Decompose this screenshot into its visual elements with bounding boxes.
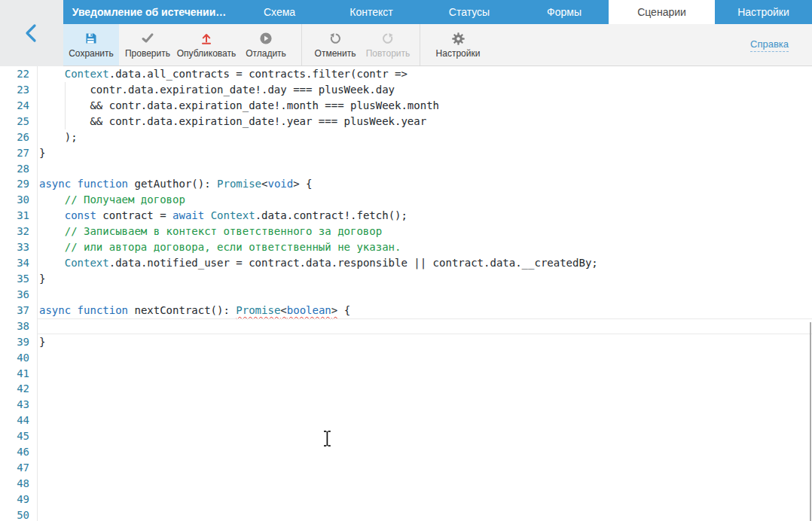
code-line[interactable]	[38, 350, 812, 366]
code-line[interactable]: && contr.data.expiration_date!.month ===…	[38, 98, 812, 114]
debug-button-label: Отладить	[246, 48, 286, 59]
toolbar-settings-button[interactable]: Настройки	[426, 24, 490, 66]
gear-icon	[451, 31, 466, 46]
code-line[interactable]	[38, 492, 812, 507]
help-link[interactable]: Справка	[750, 38, 789, 52]
redo-button[interactable]: Повторить	[362, 24, 414, 66]
line-number: 29	[0, 176, 38, 192]
code-line[interactable]: Context.data.all_contracts = contracts.f…	[38, 66, 812, 82]
code-token: async	[39, 304, 71, 316]
line-number: 46	[0, 444, 38, 460]
line-number: 26	[0, 129, 38, 145]
redo-arrow-icon	[381, 31, 395, 46]
tab-process-title[interactable]: Уведомление об истечении…	[63, 0, 235, 24]
code-line[interactable]	[38, 287, 812, 303]
code-token	[204, 209, 210, 221]
code-token: getAuthor():	[128, 178, 217, 190]
code-row: 33 // или автора договора, если ответств…	[0, 239, 812, 255]
code-row: 45	[0, 428, 812, 444]
code-line[interactable]	[38, 161, 812, 177]
code-row: 30 // Получаем договор	[0, 192, 812, 208]
code-line[interactable]: const contract = await Context.data.cont…	[38, 208, 812, 224]
code-line[interactable]	[38, 460, 812, 476]
indent-guide	[65, 114, 66, 129]
code-row: 31 const contract = await Context.data.c…	[0, 208, 812, 224]
code-line[interactable]: // или автора договора, если ответственн…	[38, 239, 812, 255]
code-token: }	[39, 273, 45, 285]
line-number: 31	[0, 208, 38, 224]
code-row: 43	[0, 397, 812, 413]
code-line[interactable]: }	[38, 145, 812, 161]
code-token: function	[78, 178, 128, 190]
undo-arrow-icon	[328, 31, 342, 46]
code-line[interactable]: }	[38, 334, 812, 350]
code-line[interactable]: Context.data.notified_user = contract.da…	[38, 255, 812, 271]
code-line[interactable]: // Записываем в контекст ответственного …	[38, 224, 812, 239]
code-line[interactable]: // Получаем договор	[38, 192, 812, 208]
code-token-error: boolean	[287, 304, 331, 316]
validate-button[interactable]: Проверить	[119, 24, 176, 66]
debug-button[interactable]: Отладить	[237, 24, 295, 66]
code-row: 28	[0, 161, 812, 177]
publish-button-label: Опубликовать	[177, 48, 236, 59]
code-line[interactable]	[38, 476, 812, 492]
line-number: 45	[0, 428, 38, 444]
code-editor[interactable]: 22 Context.data.all_contracts = contract…	[0, 66, 812, 521]
code-line[interactable]: );	[38, 129, 812, 145]
line-number: 23	[0, 82, 38, 98]
tab-settings[interactable]: Настройки	[715, 0, 812, 24]
code-row: 22 Context.data.all_contracts = contract…	[0, 66, 812, 82]
save-button[interactable]: Сохранить	[63, 24, 119, 66]
code-token	[71, 304, 77, 316]
code-line[interactable]	[38, 381, 812, 397]
undo-button[interactable]: Отменить	[308, 24, 362, 66]
code-token: void	[268, 178, 294, 190]
code-token: .data.notified_user = contract.data.resp…	[109, 257, 598, 269]
code-line[interactable]	[38, 507, 812, 521]
toolbar-separator	[420, 24, 420, 66]
code-token: // Получаем договор	[39, 193, 185, 206]
vertical-scrollbar-thumb[interactable]	[810, 322, 811, 521]
code-line[interactable]: async function nextContract(): Promise<b…	[38, 303, 812, 318]
code-line[interactable]	[38, 428, 812, 444]
code-line[interactable]	[38, 413, 812, 428]
indent-guide	[65, 82, 66, 98]
code-token	[39, 68, 65, 80]
code-row: 36	[0, 287, 812, 303]
indent-guide	[65, 98, 66, 114]
tab-scripts[interactable]: Сценарии	[609, 0, 715, 24]
redo-button-label: Повторить	[366, 48, 411, 59]
code-token: .data.all_contracts = contracts.filter(c…	[109, 68, 408, 80]
code-line[interactable]	[38, 366, 812, 382]
validate-button-label: Проверить	[125, 48, 170, 59]
code-line[interactable]: && contr.data.expiration_date!.year === …	[38, 114, 812, 129]
back-button[interactable]	[0, 0, 63, 66]
code-token: > {	[293, 178, 312, 190]
code-line[interactable]	[38, 397, 812, 413]
line-number: 35	[0, 271, 38, 287]
tab-schema[interactable]: Схема	[235, 0, 324, 24]
code-line[interactable]	[38, 318, 812, 334]
line-number: 32	[0, 224, 38, 239]
code-token: // или автора договора, если ответственн…	[39, 241, 401, 253]
code-token: );	[39, 131, 78, 143]
line-number: 44	[0, 413, 38, 428]
code-row: 23 contr.data.expiration_date!.day === p…	[0, 82, 812, 98]
code-line[interactable]: contr.data.expiration_date!.day === plus…	[38, 82, 812, 98]
code-token: && contr.data.expiration_date!.year === …	[39, 115, 426, 127]
code-row: 32 // Записываем в контекст ответственно…	[0, 224, 812, 239]
code-line[interactable]	[38, 444, 812, 460]
code-token: contract =	[96, 209, 172, 221]
line-number: 34	[0, 255, 38, 271]
toolbar-settings-label: Настройки	[436, 48, 481, 59]
code-row: 48	[0, 476, 812, 492]
tab-statuses[interactable]: Статусы	[419, 0, 520, 24]
tab-forms[interactable]: Формы	[520, 0, 609, 24]
tab-context[interactable]: Контекст	[324, 0, 419, 24]
code-line[interactable]: async function getAuthor(): Promise<void…	[38, 176, 812, 192]
line-number: 49	[0, 492, 38, 507]
publish-button[interactable]: Опубликовать	[176, 24, 237, 66]
code-line[interactable]: }	[38, 271, 812, 287]
code-row: 47	[0, 460, 812, 476]
code-token: Context	[65, 68, 109, 80]
